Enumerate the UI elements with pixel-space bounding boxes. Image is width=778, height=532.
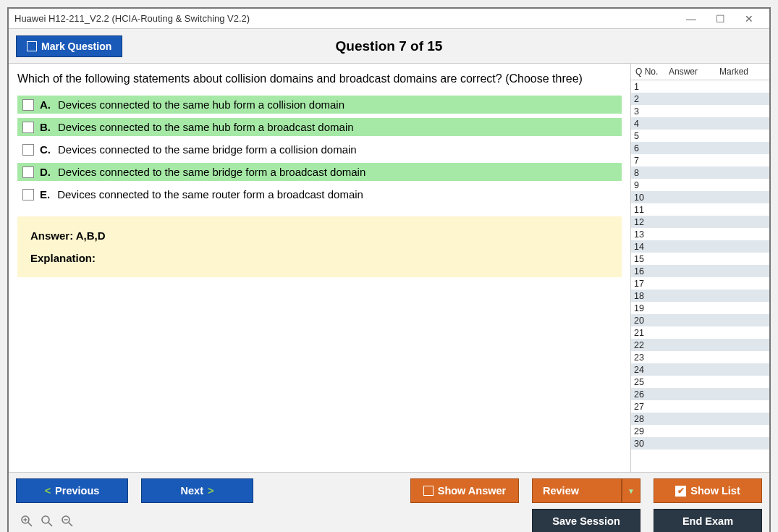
question-list-row[interactable]: 21 [631, 326, 769, 339]
next-label: Next [181, 485, 203, 497]
question-list-row[interactable]: 16 [631, 265, 769, 277]
question-list-row[interactable]: 12 [631, 216, 769, 228]
option-checkbox[interactable] [22, 122, 34, 133]
question-list-row[interactable]: 7 [631, 154, 769, 166]
question-list-row[interactable]: 27 [631, 400, 769, 413]
row-number: 7 [631, 156, 667, 166]
row-number: 6 [631, 143, 667, 153]
question-list-row[interactable]: 18 [631, 290, 769, 302]
question-list-row[interactable]: 6 [631, 142, 769, 154]
option-checkbox[interactable] [22, 144, 34, 156]
check-icon: ✔ [675, 486, 686, 497]
question-list-row[interactable]: 11 [631, 203, 769, 216]
explanation-label: Explanation: [30, 252, 609, 264]
question-list-row[interactable]: 1 [631, 80, 769, 93]
question-list-row[interactable]: 25 [631, 376, 769, 388]
question-list-row[interactable]: 14 [631, 240, 769, 253]
question-list-row[interactable]: 28 [631, 413, 769, 425]
question-list-row[interactable]: 4 [631, 117, 769, 130]
end-exam-button[interactable]: End Exam [654, 509, 762, 532]
question-list-row[interactable]: 9 [631, 179, 769, 191]
option-letter: D. [40, 166, 51, 178]
review-dropdown-button[interactable]: ▼ [622, 478, 640, 503]
content-row: Which of the following statements about … [9, 64, 769, 472]
row-number: 30 [631, 439, 667, 449]
question-list-row[interactable]: 3 [631, 105, 769, 117]
close-icon[interactable]: ✕ [735, 9, 764, 28]
question-list-row[interactable]: 5 [631, 130, 769, 142]
col-qno: Q No. [633, 67, 669, 77]
question-list-row[interactable]: 23 [631, 351, 769, 363]
option-row[interactable]: A.Devices connected to the same hub form… [17, 96, 622, 114]
question-list-row[interactable]: 30 [631, 437, 769, 449]
show-list-button[interactable]: ✔ Show List [654, 478, 762, 503]
question-list-row[interactable]: 2 [631, 93, 769, 105]
svg-line-7 [69, 523, 72, 526]
review-button[interactable]: Review [532, 478, 622, 503]
question-list-row[interactable]: 19 [631, 302, 769, 314]
row-number: 21 [631, 328, 667, 338]
save-session-button[interactable]: Save Session [532, 509, 640, 532]
show-answer-label: Show Answer [438, 485, 507, 497]
row-number: 10 [631, 193, 667, 203]
review-button-group: Review ▼ [532, 478, 640, 503]
previous-button[interactable]: < Previous [16, 478, 128, 503]
row-number: 29 [631, 426, 667, 436]
question-list-header: Q No. Answer Marked [631, 64, 769, 80]
mark-question-label: Mark Question [41, 41, 111, 52]
question-list-row[interactable]: 8 [631, 166, 769, 179]
footer: < Previous Next > Show Answer Review ▼ [9, 472, 769, 532]
show-list-label: Show List [690, 485, 740, 497]
question-list-row[interactable]: 29 [631, 425, 769, 437]
row-number: 16 [631, 266, 667, 276]
option-checkbox[interactable] [22, 99, 34, 111]
option-row[interactable]: C.Devices connected to the same bridge f… [17, 140, 622, 159]
row-number: 13 [631, 229, 667, 240]
row-number: 18 [631, 291, 667, 301]
option-letter: E. [40, 188, 50, 200]
col-answer: Answer [669, 67, 719, 77]
question-list-row[interactable]: 20 [631, 314, 769, 326]
mark-question-button[interactable]: Mark Question [16, 35, 122, 57]
option-row[interactable]: B.Devices connected to the same hub form… [17, 118, 622, 136]
question-list-row[interactable]: 17 [631, 277, 769, 290]
row-number: 1 [631, 82, 667, 92]
option-text: Devices connected to the same bridge for… [58, 143, 357, 156]
end-exam-label: End Exam [682, 515, 733, 527]
main-panel: Which of the following statements about … [9, 64, 630, 472]
footer-row-2: Save Session End Exam [16, 509, 762, 532]
row-number: 8 [631, 168, 667, 178]
question-list-row[interactable]: 13 [631, 228, 769, 240]
option-checkbox[interactable] [22, 189, 34, 200]
row-number: 17 [631, 279, 667, 289]
question-list-row[interactable]: 10 [631, 191, 769, 203]
maximize-icon[interactable]: ☐ [706, 9, 735, 28]
option-letter: C. [40, 143, 51, 156]
svg-point-4 [42, 516, 49, 523]
row-number: 9 [631, 180, 667, 190]
zoom-controls [16, 513, 75, 529]
question-list-row[interactable]: 26 [631, 388, 769, 400]
question-list-row[interactable]: 24 [631, 363, 769, 376]
question-list-row[interactable]: 15 [631, 253, 769, 265]
question-list-row[interactable]: 22 [631, 339, 769, 351]
footer-row-1: < Previous Next > Show Answer Review ▼ [16, 478, 762, 503]
show-answer-button[interactable]: Show Answer [410, 478, 519, 503]
window-title: Huawei H12-211_V2.2 (HCIA-Routing & Swit… [14, 13, 677, 24]
zoom-in-icon[interactable] [19, 513, 35, 529]
minimize-icon[interactable]: — [677, 9, 706, 28]
question-list-panel: Q No. Answer Marked 12345678910111213141… [630, 64, 769, 472]
option-text: Devices connected to the same router for… [57, 188, 363, 200]
question-list[interactable]: 1234567891011121314151617181920212223242… [631, 80, 769, 472]
row-number: 23 [631, 352, 667, 363]
col-marked: Marked [719, 67, 768, 77]
option-row[interactable]: E.Devices connected to the same router f… [17, 185, 622, 203]
next-button[interactable]: Next > [141, 478, 253, 503]
question-counter: Question 7 of 15 [336, 38, 443, 54]
option-checkbox[interactable] [22, 166, 34, 178]
chevron-down-icon: ▼ [627, 487, 635, 495]
header-bar: Mark Question Question 7 of 15 [9, 29, 769, 64]
zoom-icon[interactable] [39, 513, 55, 529]
zoom-out-icon[interactable] [59, 513, 75, 529]
option-row[interactable]: D.Devices connected to the same bridge f… [17, 163, 622, 181]
